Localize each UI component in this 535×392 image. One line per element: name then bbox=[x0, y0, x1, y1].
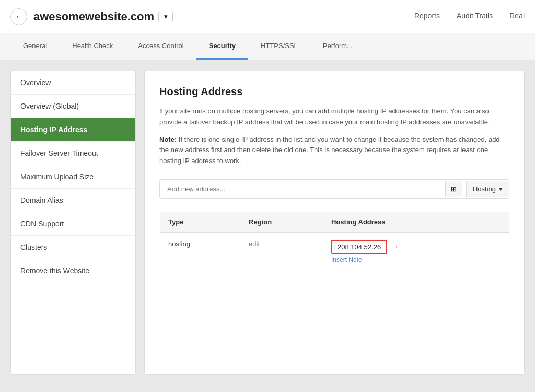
sidebar-item-maximum-upload-size[interactable]: Maximum Upload Size bbox=[11, 165, 135, 189]
main-content: Overview Overview (Global) Hosting IP Ad… bbox=[0, 60, 535, 385]
site-dropdown-button[interactable]: ▾ bbox=[158, 11, 173, 22]
col-hosting-address: Hosting Address bbox=[323, 211, 509, 232]
nav-item-reports[interactable]: Reports bbox=[414, 1, 440, 32]
top-nav: Reports Audit Trails Real bbox=[414, 1, 525, 32]
site-title: awesomewebsite.com bbox=[33, 10, 154, 24]
add-address-row: ⊞ Hosting ▾ bbox=[159, 179, 509, 199]
sidebar-item-hosting-ip-address[interactable]: Hosting IP Address bbox=[11, 118, 135, 142]
sidebar-item-cdn-support[interactable]: CDN Support bbox=[11, 212, 135, 236]
dropdown-icon: ▾ bbox=[164, 13, 168, 20]
copy-icon: ⊞ bbox=[451, 185, 457, 193]
note-body: If there is one single IP address in the… bbox=[159, 135, 500, 165]
tab-perform[interactable]: Perform... bbox=[310, 33, 365, 60]
sidebar: Overview Overview (Global) Hosting IP Ad… bbox=[10, 71, 136, 375]
sidebar-item-failover-server-timeout[interactable]: Failover Server Timeout bbox=[11, 142, 135, 165]
table-header-row: Type Region Hosting Address bbox=[160, 211, 509, 232]
address-table: Type Region Hosting Address hosting edit… bbox=[159, 211, 509, 271]
tab-security[interactable]: Security bbox=[196, 33, 248, 60]
table-row: hosting edit 208.104.52.26 Insert Note ← bbox=[160, 232, 509, 271]
sidebar-item-overview[interactable]: Overview bbox=[11, 71, 135, 95]
tab-https-ssl[interactable]: HTTPS/SSL bbox=[248, 33, 310, 60]
back-icon: ← bbox=[15, 13, 22, 20]
edit-region-link[interactable]: edit bbox=[249, 240, 260, 248]
back-button[interactable]: ← bbox=[10, 8, 27, 25]
copy-address-button[interactable]: ⊞ bbox=[445, 181, 462, 197]
panel-note: Note: If there is one single IP address … bbox=[159, 134, 509, 167]
content-panel: Hosting Address If your site runs on mul… bbox=[144, 71, 525, 375]
hosting-type-select[interactable]: Hosting ▾ bbox=[466, 181, 509, 197]
arrow-indicator: ← bbox=[393, 241, 404, 251]
col-region: Region bbox=[240, 211, 323, 232]
nav-item-real[interactable]: Real bbox=[509, 1, 525, 32]
nav-item-audit-trails[interactable]: Audit Trails bbox=[457, 1, 493, 32]
tab-health-check[interactable]: Health Check bbox=[60, 33, 125, 60]
col-type: Type bbox=[160, 211, 241, 232]
hosting-type-label: Hosting bbox=[473, 185, 496, 193]
tab-access-control[interactable]: Access Control bbox=[125, 33, 196, 60]
sidebar-item-overview-global[interactable]: Overview (Global) bbox=[11, 95, 135, 118]
address-cell: 208.104.52.26 Insert Note ← bbox=[331, 240, 501, 263]
cell-hosting-address: 208.104.52.26 Insert Note ← bbox=[323, 232, 509, 271]
sidebar-item-domain-alias[interactable]: Domain Alias bbox=[11, 189, 135, 212]
top-header: ← awesomewebsite.com ▾ Reports Audit Tra… bbox=[0, 0, 535, 33]
insert-note-link[interactable]: Insert Note bbox=[331, 256, 387, 263]
chevron-down-icon: ▾ bbox=[499, 185, 503, 193]
sub-tabs: General Health Check Access Control Secu… bbox=[0, 33, 535, 60]
note-prefix: Note: bbox=[159, 135, 177, 143]
sidebar-item-remove-website[interactable]: Remove this Website bbox=[11, 259, 135, 282]
panel-description: If your site runs on multiple hosting se… bbox=[159, 106, 509, 128]
address-box: 208.104.52.26 bbox=[331, 240, 387, 254]
panel-title: Hosting Address bbox=[159, 86, 509, 98]
cell-region: edit bbox=[240, 232, 323, 271]
address-value-group: 208.104.52.26 Insert Note bbox=[331, 240, 387, 263]
sidebar-item-clusters[interactable]: Clusters bbox=[11, 236, 135, 259]
cell-type: hosting bbox=[160, 232, 241, 271]
tab-general[interactable]: General bbox=[10, 33, 60, 60]
add-address-input[interactable] bbox=[160, 180, 441, 198]
